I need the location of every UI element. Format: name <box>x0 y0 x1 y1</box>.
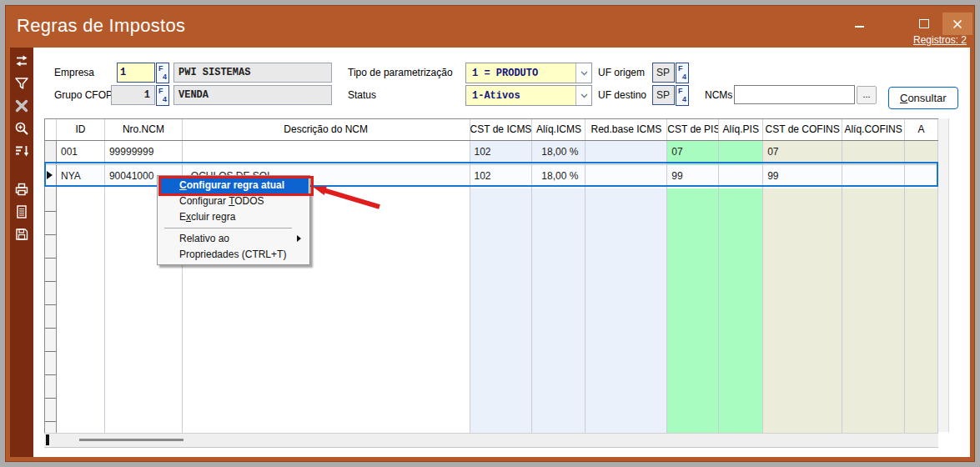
cell-id[interactable]: 001 <box>57 141 105 164</box>
grid-header-row: ID Nro.NCM Descrição do NCM CST de ICMS … <box>45 119 938 141</box>
minimize-icon <box>855 26 864 28</box>
grupo-cfop-label: Grupo CFOP <box>54 89 113 101</box>
tax-rules-grid: ID Nro.NCM Descrição do NCM CST de ICMS … <box>44 118 938 434</box>
minimize-button[interactable] <box>842 13 876 34</box>
close-icon <box>952 19 962 29</box>
cell-aliq-cofins[interactable] <box>842 165 905 188</box>
horizontal-scrollbar-thumb[interactable] <box>79 439 183 441</box>
grid-gutter-empty <box>45 188 57 434</box>
column-header-red-base[interactable]: Red.base ICMS <box>585 119 667 140</box>
cell-aliq-cofins[interactable] <box>842 141 905 164</box>
uf-origem-f4-button[interactable]: F4 <box>676 63 689 83</box>
empresa-f4-button[interactable]: F4 <box>156 63 169 83</box>
window-title: Regras de Impostos <box>17 15 185 37</box>
tipo-parametrizacao-label: Tipo de parametrização <box>348 67 453 78</box>
grid-empty-column <box>585 188 667 434</box>
cell-cst-icms[interactable]: 102 <box>470 141 533 164</box>
app-window: Regras de Impostos Registros: 2 <box>6 6 974 461</box>
left-toolbar <box>10 48 33 457</box>
cell-cst-cofins[interactable]: 99 <box>763 165 842 188</box>
submenu-arrow-icon <box>297 235 301 242</box>
menu-item-excluir-regra[interactable]: Excluir regra <box>158 209 309 225</box>
zoom-search-icon[interactable] <box>13 119 31 137</box>
vertical-scrollbar[interactable] <box>938 118 949 432</box>
grid-empty-column <box>763 188 842 434</box>
clear-filter-icon[interactable] <box>13 97 31 114</box>
cell-cst-cofins[interactable]: 07 <box>763 141 842 164</box>
titlebar: Regras de Impostos Registros: 2 <box>6 6 974 48</box>
column-header-aliq-cofins[interactable]: Alíq.COFINS <box>842 119 905 140</box>
menu-separator <box>164 228 292 228</box>
menu-item-relativo-ao[interactable]: Relativo ao <box>158 231 309 247</box>
status-select[interactable]: 1-Ativos <box>465 85 592 106</box>
column-header-descricao[interactable]: Descrição do NCM <box>183 119 470 140</box>
filter-icon[interactable] <box>13 74 31 92</box>
grid-empty-column <box>905 188 938 434</box>
close-button[interactable] <box>942 13 972 35</box>
save-icon[interactable] <box>13 225 31 243</box>
refresh-icon[interactable] <box>13 52 31 69</box>
scrollbar-left-mark <box>46 434 49 445</box>
ncms-browse-button[interactable]: ... <box>857 86 877 104</box>
print-icon[interactable] <box>13 180 31 198</box>
column-header-a[interactable]: A <box>905 119 938 140</box>
chevron-down-icon <box>575 86 591 105</box>
menu-item-propriedades[interactable]: Propriedades (CTRL+T) <box>158 247 309 263</box>
grid-empty-column <box>667 188 719 434</box>
column-header-id[interactable]: ID <box>57 119 105 140</box>
cell-aliq-icms[interactable]: 18,00 % <box>532 141 585 164</box>
uf-destino-f4-button[interactable]: F4 <box>676 85 689 106</box>
cell-red-base[interactable] <box>585 141 667 164</box>
consultar-button[interactable]: Consultar <box>888 87 958 109</box>
column-header-aliq-icms[interactable]: Alíq.ICMS <box>532 119 585 140</box>
grid-empty-column <box>719 188 763 434</box>
current-row-marker-icon <box>47 171 53 179</box>
report-icon[interactable] <box>13 203 31 220</box>
menu-item-configurar-regra-atual[interactable]: Configurar regra atual <box>158 178 309 193</box>
empresa-label: Empresa <box>54 67 94 78</box>
cell-aliq-pis[interactable] <box>719 141 763 164</box>
uf-destino-input[interactable] <box>652 85 675 105</box>
grupo-cfop-code-input[interactable] <box>111 85 155 105</box>
grid-gutter-header <box>45 119 57 140</box>
uf-origem-input[interactable] <box>652 63 675 83</box>
horizontal-scrollbar[interactable] <box>44 433 938 448</box>
grupo-cfop-f4-button[interactable]: F4 <box>156 85 169 106</box>
ncms-label: NCMs <box>705 89 732 101</box>
row-indicator-cell <box>45 165 57 188</box>
grid-empty-column <box>57 188 105 434</box>
sort-icon[interactable] <box>13 142 31 159</box>
column-header-cst-cofins[interactable]: CST de COFINS <box>763 119 842 140</box>
column-header-ncm[interactable]: Nro.NCM <box>105 119 183 140</box>
maximize-icon <box>919 19 929 28</box>
context-menu: Configurar regra atual Configurar TODOS … <box>157 175 310 265</box>
menu-item-configurar-todos[interactable]: Configurar TODOS <box>158 193 309 209</box>
empresa-code-input[interactable] <box>117 63 155 83</box>
row-indicator-cell <box>45 141 57 164</box>
status-label: Status <box>348 89 376 101</box>
cell-red-base[interactable] <box>585 165 667 188</box>
grid-empty-column <box>470 188 533 434</box>
column-header-aliq-pis[interactable]: Alíq.PIS <box>719 119 763 140</box>
main-panel: Empresa F4 PWI SISTEMAS Grupo CFOP F4 VE… <box>33 48 970 457</box>
cell-cst-icms[interactable]: 102 <box>470 165 533 188</box>
cell-descricao[interactable] <box>183 141 470 164</box>
registros-link[interactable]: Registros: 2 <box>913 34 967 46</box>
cell-a[interactable] <box>905 165 938 188</box>
column-header-cst-pis[interactable]: CST de PIS <box>667 119 719 140</box>
cell-a[interactable] <box>905 141 938 164</box>
cell-cst-pis[interactable]: 99 <box>667 165 719 188</box>
ncms-input[interactable] <box>734 85 855 104</box>
cell-ncm[interactable]: 99999999 <box>105 141 183 164</box>
grupo-cfop-name-field: VENDA <box>173 85 332 105</box>
grid-empty-column <box>532 188 585 434</box>
cell-cst-pis[interactable]: 07 <box>667 141 719 164</box>
column-header-cst-icms[interactable]: CST de ICMS <box>470 119 533 140</box>
grid-empty-column <box>842 188 905 434</box>
tipo-parametrizacao-select[interactable]: 1 = PRODUTO <box>465 63 592 83</box>
maximize-button[interactable] <box>907 13 941 34</box>
cell-aliq-pis[interactable] <box>719 165 763 188</box>
cell-id[interactable]: NYA <box>57 165 105 188</box>
cell-aliq-icms[interactable]: 18,00 % <box>532 165 585 188</box>
screenshot-root: Regras de Impostos Registros: 2 <box>0 0 980 467</box>
